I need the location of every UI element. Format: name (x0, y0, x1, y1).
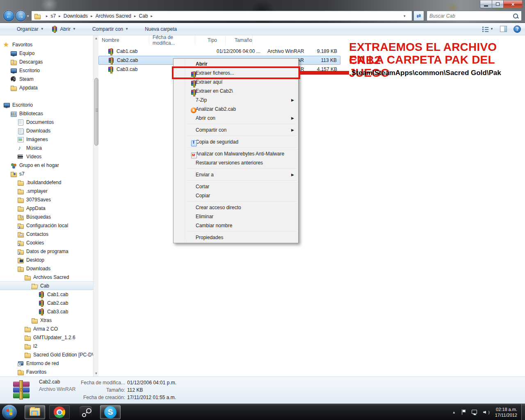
sidebar-item[interactable]: Cab (0, 281, 93, 290)
sidebar-item[interactable]: Cab2.cab (0, 299, 93, 307)
sidebar-item[interactable]: Escritorio (0, 66, 93, 75)
views-icon[interactable] (482, 26, 489, 32)
sidebar-item[interactable]: Búsquedas (0, 212, 93, 221)
taskbar-chrome-button[interactable] (49, 405, 70, 419)
sidebar-item[interactable]: Favoritos (0, 40, 93, 49)
sidebar-item[interactable]: Documentos (0, 118, 93, 126)
refresh-button[interactable]: ⇄ (413, 11, 424, 21)
context-menu-item[interactable]: Cortar ▶ (174, 182, 297, 191)
sidebar-item[interactable]: Archivos Sacred (0, 273, 93, 281)
views-chevron-icon[interactable]: ▼ (490, 27, 493, 31)
taskbar-steam-button[interactable] (75, 405, 96, 419)
clock[interactable]: 02:18 a.m. 17/11/2012 (495, 406, 517, 418)
sidebar-item[interactable]: Cab3.cab (0, 307, 93, 316)
sidebar-item[interactable]: Appdata (0, 83, 93, 92)
taskbar-explorer-button[interactable] (25, 405, 45, 419)
context-menu-item[interactable]: Analizar Cab2.cab ▶ (174, 105, 297, 114)
context-menu-item[interactable]: Extraer en Cab2\ ▶ (174, 87, 297, 96)
volume-icon[interactable] (483, 410, 489, 415)
annotation-path-text: Steam\SteamApps\common\Sacred Gold\Pak (352, 69, 501, 77)
sidebar-item[interactable]: Música (0, 144, 93, 152)
sidebar-item[interactable]: .smplayer (0, 187, 93, 195)
context-menu-item[interactable]: Copiar ▶ (174, 191, 297, 200)
column-header[interactable]: Tamaño (226, 35, 253, 45)
context-menu-item[interactable]: Copia de seguridad ▶ (174, 137, 297, 146)
sidebar-item[interactable]: Grupo en el hogar (0, 161, 93, 169)
sidebar-item[interactable]: Escritorio (0, 100, 93, 109)
sidebar-item[interactable]: Configuración local (0, 221, 93, 230)
help-icon[interactable]: ? (514, 25, 521, 33)
sidebar-item[interactable]: Equipo (0, 49, 93, 57)
search-input[interactable] (427, 13, 512, 19)
context-menu-item[interactable]: Cambiar nombre ▶ (174, 221, 297, 230)
address-bar[interactable]: ▸ s7 ▸ Downloads ▸ Archivos Sacred ▸ Cab… (31, 11, 412, 21)
toolbar-button[interactable]: Nueva carpeta ▼ (132, 24, 180, 34)
sidebar-item[interactable]: Steam (0, 75, 93, 83)
file-row[interactable]: Cab1.cab 01/12/2006 04:00 ... Archivo Wi… (98, 47, 340, 56)
context-menu-item[interactable]: Enviar a ▶ (174, 170, 297, 179)
explorer-window: × ← → ▾ ▸ s7 ▸ Downloads ▸ (0, 0, 525, 420)
context-menu-item[interactable]: Analizar con Malwarebytes Anti-Malware ▶ (174, 149, 297, 158)
network-icon[interactable] (472, 410, 478, 415)
context-menu-item[interactable]: Compartir con ▶ (174, 126, 297, 135)
sidebar-item[interactable]: .buildanddefend (0, 178, 93, 187)
sidebar-item[interactable]: Cab1.cab (0, 290, 93, 299)
sidebar-item[interactable]: Bibliotecas (0, 109, 93, 118)
forward-button[interactable]: → (15, 10, 26, 21)
sidebar-scrollbar[interactable]: ▲ ▼ (93, 35, 98, 377)
sidebar-item[interactable]: GMTUpdater_1.2.6 (0, 333, 93, 342)
column-header[interactable]: Nombre (98, 35, 149, 45)
back-button[interactable]: ← (3, 10, 14, 21)
context-menu-item[interactable]: Propiedades ▶ (174, 233, 297, 242)
sidebar-item[interactable]: Contactos (0, 230, 93, 238)
sidebar-item[interactable]: Vídeos (0, 152, 93, 161)
sidebar-item[interactable]: 3079Saves (0, 195, 93, 204)
breadcrumb-item[interactable]: ▸ s7 (43, 11, 56, 21)
close-button[interactable]: × (504, 0, 523, 8)
sidebar-item[interactable]: Arma 2 CO (0, 324, 93, 333)
column-header[interactable]: Tipo (195, 35, 226, 45)
context-menu-item[interactable]: Abrir con ▶ (174, 114, 297, 123)
chevron-right-icon: ▸ (131, 14, 139, 18)
scrollbar-thumb[interactable] (94, 78, 98, 146)
recent-pages-chevron-icon[interactable]: ▾ (27, 14, 29, 18)
minimize-button[interactable] (480, 0, 492, 8)
sidebar-item[interactable]: Favoritos (0, 368, 93, 376)
sidebar-item[interactable]: AppData (0, 204, 93, 212)
action-center-flag-icon[interactable] (461, 409, 466, 415)
sidebar-item[interactable]: Xtras (0, 316, 93, 324)
sidebar-item[interactable]: Desktop (0, 256, 93, 264)
window-controls: × (480, 0, 523, 8)
taskbar-skype-button[interactable]: S (100, 405, 121, 419)
context-menu-item[interactable]: Restaurar versiones anteriores ▶ (174, 158, 297, 167)
address-history-chevron-icon[interactable]: ▾ (404, 14, 406, 18)
sidebar-item[interactable]: Cookies (0, 238, 93, 247)
sidebar-item[interactable]: Entorno de red (0, 359, 93, 368)
preview-pane-icon[interactable] (500, 26, 507, 32)
context-menu-item[interactable]: Crear acceso directo ▶ (174, 203, 297, 212)
breadcrumb-item[interactable]: ▸ Archivos Sacred (88, 11, 131, 21)
sidebar-item[interactable]: Downloads (0, 264, 93, 273)
show-desktop-button[interactable] (521, 404, 525, 420)
sidebar-item[interactable]: Datos de programa (0, 247, 93, 256)
sidebar-item[interactable]: Descargas (0, 57, 93, 66)
sidebar-item[interactable]: Imágenes (0, 135, 93, 144)
toolbar-button[interactable]: Abrir ▼ (48, 24, 80, 34)
sidebar-item[interactable]: I2 (0, 342, 93, 350)
shortcut-folder-icon (17, 248, 25, 255)
search-icon[interactable] (512, 13, 519, 19)
start-button[interactable] (2, 405, 17, 420)
restore-button[interactable] (492, 0, 504, 8)
context-menu-item[interactable]: 7-Zip ▶ (174, 96, 297, 105)
tray-expand-icon[interactable]: ▲ (452, 411, 456, 414)
sidebar-item[interactable]: s7 (0, 169, 93, 178)
breadcrumb-item[interactable]: ▸ Cab (131, 11, 148, 21)
context-menu-item[interactable]: Eliminar ▶ (174, 212, 297, 221)
menu-separator (187, 136, 297, 136)
sidebar-item[interactable]: Downloads (0, 126, 93, 135)
toolbar-button[interactable]: Compartir con ▼ (80, 24, 132, 34)
toolbar-button[interactable]: Organizar ▼ (4, 24, 48, 34)
breadcrumb-item[interactable]: ▸ Downloads (56, 11, 88, 21)
sidebar-item[interactable]: Sacred Gold Edition [PC-DVD] (0, 350, 93, 359)
column-headers: Nombre Fecha de modifica... Tipo Tamaño (98, 35, 253, 45)
